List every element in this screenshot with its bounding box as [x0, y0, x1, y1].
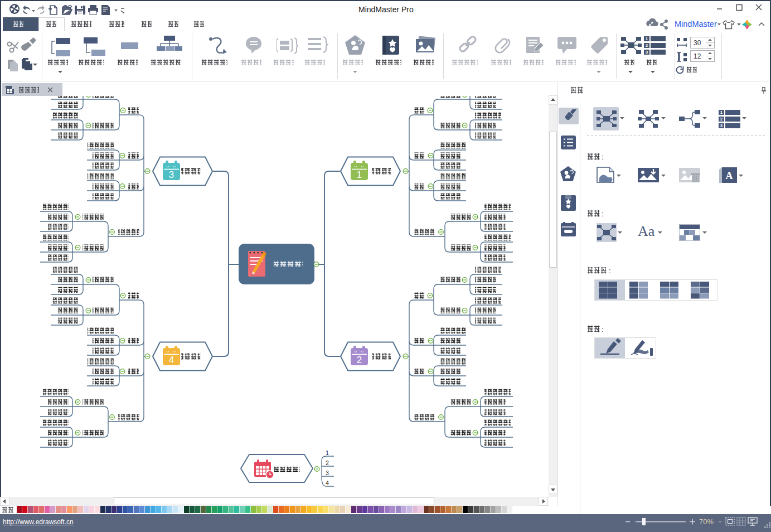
svg-text:1: 1 [326, 450, 329, 456]
svg-text:2: 2 [357, 355, 362, 365]
svg-text:1: 1 [646, 36, 648, 41]
svg-text:2: 2 [646, 43, 648, 48]
svg-text:2: 2 [720, 117, 723, 122]
svg-text:1: 1 [720, 110, 723, 115]
svg-text:2: 2 [326, 460, 329, 466]
svg-text:3: 3 [646, 50, 648, 55]
svg-text:4: 4 [326, 480, 329, 486]
svg-text:70%: 70% [699, 518, 714, 526]
svg-text:4: 4 [169, 355, 174, 365]
svg-text:3: 3 [326, 470, 329, 476]
svg-text:3: 3 [720, 123, 723, 128]
svg-text:A: A [726, 170, 733, 181]
svg-text:MindMaster: MindMaster [675, 20, 717, 28]
svg-text:1: 1 [357, 170, 362, 180]
svg-text:3: 3 [169, 170, 174, 180]
